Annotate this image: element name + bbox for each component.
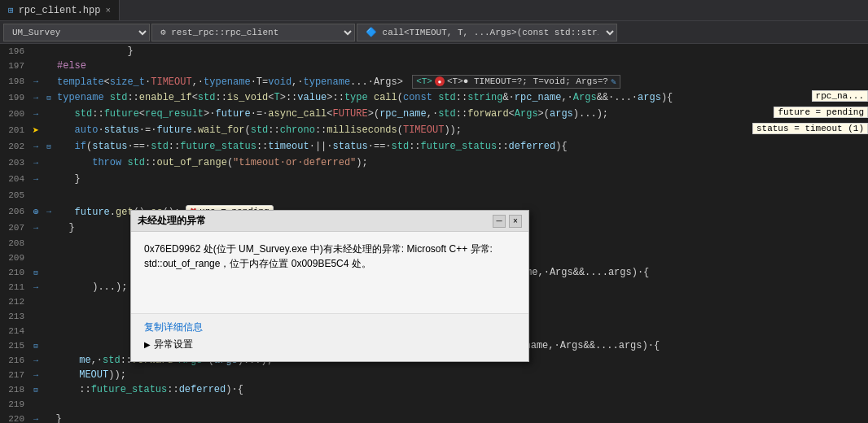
line-196: 196 }: [0, 44, 868, 59]
file-selector[interactable]: ⚙ rest_rpc::rpc_client: [151, 24, 355, 41]
toolbar: UM_Survey ⚙ rest_rpc::rpc_client 🔷 call<…: [0, 21, 868, 44]
line-200: 200 → std::future<req_result>·future·=·a…: [0, 106, 868, 122]
line-201: 201 ➤ auto·status·=·future.wait_for(std:…: [0, 122, 868, 138]
line-199: 199 → ⊟ typename std::enable_if<std::is_…: [0, 89, 868, 106]
line-218: 218 ⊟ ::future_status::deferred)·{: [0, 382, 868, 397]
dialog-title-bar: 未经处理的异常 ─ ×: [131, 211, 528, 232]
datatip-future: future = pending: [774, 107, 868, 118]
line-217: 217 → MEOUT));: [0, 368, 868, 382]
line-220: 220 → }: [0, 412, 868, 423]
expand-triangle-icon: ▶: [144, 340, 151, 349]
file-icon: ⊞: [8, 5, 14, 15]
line-205: 205: [0, 187, 868, 203]
dialog-footer: 复制详细信息 ▶ 异常设置: [131, 313, 528, 361]
dialog-minimize-btn[interactable]: ─: [493, 215, 506, 228]
dialog-copy-link[interactable]: 复制详细信息: [144, 321, 515, 334]
method-selector[interactable]: 🔷 call<TIMEOUT, T, ...Args>(const std::s…: [357, 24, 617, 41]
dialog-title-buttons: ─ ×: [493, 215, 522, 228]
line-203: 203 → throw std::out_of_range("timeout·o…: [0, 155, 868, 171]
tab-filename: rpc_client.hpp: [19, 5, 101, 16]
tab-bar: ⊞ rpc_client.hpp ×: [0, 0, 868, 21]
tab-rpc-client[interactable]: ⊞ rpc_client.hpp ×: [0, 0, 120, 20]
line-202: 202 → ⊟ if(status·==·std::future_status:…: [0, 138, 868, 155]
dialog-close-btn[interactable]: ×: [509, 215, 522, 228]
line-204: 204 → }: [0, 171, 868, 187]
datatip-rpc: rpc_na...: [812, 90, 868, 102]
line-219: 219: [0, 397, 868, 412]
tooltip-close-btn[interactable]: ●: [435, 76, 445, 86]
dialog-body-text: 0x76ED9962 处(位于 UM_Survey.exe 中)有未经处理的异常…: [144, 242, 515, 271]
dialog-body: 0x76ED9962 处(位于 UM_Survey.exe 中)有未经处理的异常…: [131, 232, 528, 313]
tab-close[interactable]: ×: [105, 6, 111, 15]
project-selector[interactable]: UM_Survey: [3, 24, 150, 41]
dialog-expand-settings[interactable]: ▶ 异常设置: [144, 338, 515, 351]
datatip-status: status = timeout (1): [752, 123, 868, 134]
line-197: 197 #else: [0, 59, 868, 73]
line-198: 198 → template<size_t·TIMEOUT,·typename·…: [0, 73, 868, 89]
dialog-title: 未经处理的异常: [138, 214, 206, 228]
tooltip-edit-btn[interactable]: ✎: [611, 76, 616, 87]
dialog-expand-label: 异常设置: [154, 338, 193, 351]
exception-dialog: 未经处理的异常 ─ × 0x76ED9962 处(位于 UM_Survey.ex…: [130, 210, 529, 362]
